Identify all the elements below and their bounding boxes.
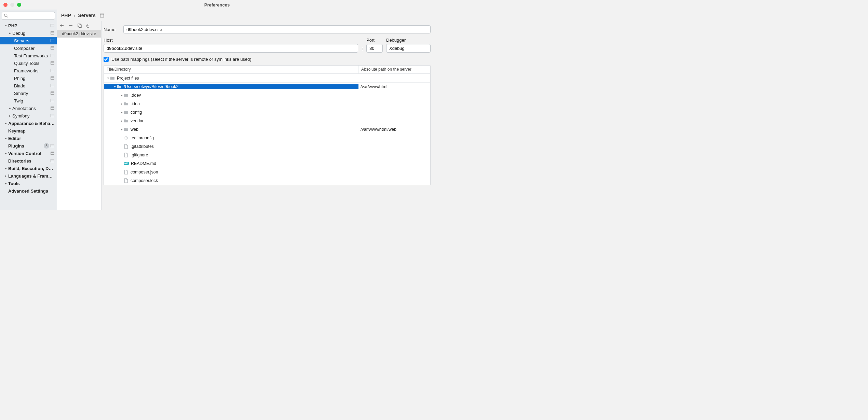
port-input[interactable]	[366, 44, 383, 53]
breadcrumb-root[interactable]: PHP	[61, 13, 71, 18]
sidebar-item-label: Appearance & Behavior	[8, 121, 55, 126]
chevron-right-icon: ▸	[120, 94, 124, 97]
settings-tree[interactable]: ▾PHP▸DebugServersComposerTest Frameworks…	[0, 22, 57, 210]
mapping-server-path[interactable]: /var/www/html	[358, 84, 430, 89]
split-pane: d9book2.ddev.site Name: Host :	[57, 21, 434, 210]
sidebar-item-keymap[interactable]: Keymap	[0, 127, 57, 135]
sidebar-item-smarty[interactable]: Smarty	[0, 89, 57, 97]
chevron-right-icon: ▸	[8, 114, 12, 117]
mapping-path-label: .editorconfig	[131, 136, 154, 140]
mapping-row[interactable]: ▸.idea	[104, 99, 430, 108]
restore-defaults-icon[interactable]	[100, 13, 104, 18]
sidebar-item-debug[interactable]: ▸Debug	[0, 29, 57, 37]
host-field: Host	[104, 38, 358, 53]
sidebar-item-test-frameworks[interactable]: Test Frameworks	[0, 52, 57, 59]
chevron-right-icon: ▸	[3, 182, 8, 185]
import-server-icon[interactable]	[86, 24, 91, 28]
folder-icon	[124, 110, 131, 114]
search-input[interactable]	[2, 12, 55, 20]
sidebar-item-label: Languages & Frameworks	[8, 173, 55, 179]
markdown-icon: MD	[124, 162, 129, 165]
sidebar-item-frameworks[interactable]: Frameworks	[0, 67, 57, 74]
folder-icon	[124, 127, 131, 131]
settings-sidebar: ▾PHP▸DebugServersComposerTest Frameworks…	[0, 10, 57, 210]
mapping-path-label: composer.json	[131, 170, 158, 174]
minimize-window-button[interactable]	[10, 3, 14, 7]
close-window-button[interactable]	[3, 3, 8, 7]
sidebar-item-phing[interactable]: Phing	[0, 74, 57, 82]
sidebar-item-advanced-settings[interactable]: Advanced Settings	[0, 187, 57, 195]
sidebar-item-composer[interactable]: Composer	[0, 44, 57, 52]
sidebar-item-build-execution-deployment[interactable]: ▸Build, Execution, Deployment	[0, 165, 57, 172]
sidebar-item-label: Phing	[14, 76, 51, 81]
mapping-row[interactable]: ▸config	[104, 108, 430, 116]
chevron-right-icon: ▸	[3, 152, 8, 155]
col-file-directory[interactable]: File/Directory	[104, 66, 358, 73]
sidebar-item-plugins[interactable]: Plugins3	[0, 142, 57, 150]
sidebar-item-php[interactable]: ▾PHP	[0, 22, 57, 29]
sidebar-item-label: Quality Tools	[14, 61, 51, 66]
chevron-right-icon: ▸	[120, 111, 124, 114]
sidebar-item-blade[interactable]: Blade	[0, 82, 57, 89]
mapping-path-label: .gitignore	[131, 153, 148, 157]
mapping-row[interactable]: composer.lock	[104, 176, 430, 185]
sidebar-item-editor[interactable]: ▸Editor	[0, 135, 57, 142]
mapping-path-label: vendor	[131, 118, 144, 123]
server-list[interactable]: d9book2.ddev.site	[57, 30, 101, 210]
mapping-row[interactable]: ▾/Users/selwyn/Sites/d9book2/var/www/htm…	[104, 82, 430, 91]
use-path-mappings-checkbox[interactable]	[104, 57, 109, 62]
mapping-server-path[interactable]: /var/www/html/web	[358, 127, 430, 132]
scope-icon	[51, 84, 55, 87]
mapping-row[interactable]: MDREADME.md	[104, 159, 430, 168]
scope-icon	[51, 31, 55, 35]
sidebar-item-servers[interactable]: Servers	[0, 37, 57, 44]
folder-icon	[124, 102, 131, 106]
svg-rect-32	[51, 159, 54, 162]
chevron-down-icon: ▾	[3, 24, 8, 27]
mapping-row[interactable]: ▸web/var/www/html/web	[104, 125, 430, 134]
mapping-path-label: .gitattributes	[131, 144, 154, 149]
chevron-right-icon: ▸	[120, 119, 124, 123]
mapping-row[interactable]: .gitignore	[104, 151, 430, 159]
mapping-row[interactable]: ▸.ddev	[104, 91, 430, 99]
mapping-path-label: .idea	[131, 101, 140, 106]
scope-icon	[51, 152, 55, 155]
remove-server-icon[interactable]	[69, 24, 73, 28]
debugger-select[interactable]: Xdebug	[386, 44, 431, 53]
svg-rect-34	[100, 14, 104, 17]
svg-rect-4	[51, 31, 54, 34]
sidebar-item-label: Test Frameworks	[14, 53, 51, 58]
name-label: Name:	[104, 27, 123, 32]
mapping-row[interactable]: .gitattributes	[104, 142, 430, 151]
name-input[interactable]	[123, 25, 431, 33]
server-list-item[interactable]: d9book2.ddev.site	[57, 30, 101, 38]
mapping-body[interactable]: ▾Project files▾/Users/selwyn/Sites/d9boo…	[104, 74, 430, 185]
col-absolute-path[interactable]: Absolute path on the server	[358, 66, 430, 73]
sidebar-item-version-control[interactable]: ▸Version Control	[0, 150, 57, 157]
port-field: Port	[366, 38, 383, 53]
path-mapping-table: File/Directory Absolute path on the serv…	[104, 65, 431, 185]
sidebar-item-twig[interactable]: Twig	[0, 97, 57, 104]
sidebar-item-directories[interactable]: Directories	[0, 157, 57, 165]
copy-server-icon[interactable]	[78, 24, 82, 28]
mapping-row[interactable]: .editorconfig	[104, 134, 430, 142]
zoom-window-button[interactable]	[17, 3, 21, 7]
scope-icon	[51, 39, 55, 42]
sidebar-item-annotations[interactable]: ▸Annotations	[0, 104, 57, 112]
sidebar-item-tools[interactable]: ▸Tools	[0, 180, 57, 187]
sidebar-item-symfony[interactable]: ▸Symfony	[0, 112, 57, 120]
content-area: ▾PHP▸DebugServersComposerTest Frameworks…	[0, 10, 434, 210]
sidebar-item-languages-frameworks[interactable]: ▸Languages & Frameworks	[0, 172, 57, 180]
mapping-row[interactable]: composer.json	[104, 168, 430, 176]
host-input[interactable]	[104, 44, 358, 53]
sidebar-item-label: Keymap	[8, 128, 55, 134]
chevron-down-icon: ▾	[106, 76, 110, 80]
sidebar-item-quality-tools[interactable]: Quality Tools	[0, 59, 57, 67]
scope-icon	[51, 144, 55, 148]
add-server-icon[interactable]	[60, 24, 64, 28]
server-list-pane: d9book2.ddev.site	[57, 21, 101, 210]
sidebar-item-appearance-behavior[interactable]: ▸Appearance & Behavior	[0, 120, 57, 127]
mapping-row[interactable]: ▸vendor	[104, 116, 430, 125]
mapping-row[interactable]: ▾Project files	[104, 74, 430, 82]
sidebar-item-label: Editor	[8, 136, 55, 141]
